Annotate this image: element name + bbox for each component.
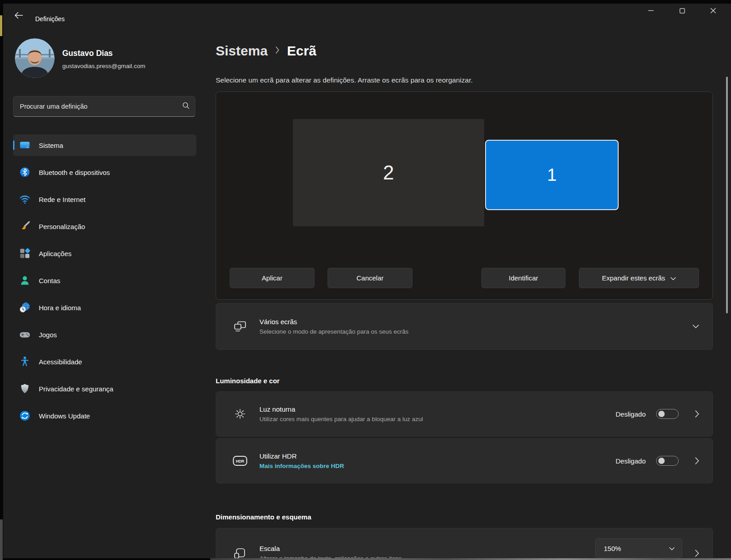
network-icon bbox=[19, 193, 31, 205]
scale-value: 150% bbox=[604, 545, 621, 552]
accessibility-icon bbox=[19, 356, 31, 367]
sidebar-item-label: Contas bbox=[39, 277, 60, 285]
sidebar-item-personalizacao[interactable]: Personalização bbox=[13, 216, 196, 237]
sidebar-item-label: Aplicações bbox=[39, 250, 72, 257]
section-heading-brightness: Luminosidade e cor bbox=[216, 377, 280, 385]
personalization-icon bbox=[19, 220, 31, 232]
cancel-button[interactable]: Cancelar bbox=[328, 268, 412, 288]
night-light-subtitle: Utilizar cores mais quentes para ajudar … bbox=[259, 416, 423, 422]
maximize-button[interactable] bbox=[666, 4, 698, 19]
sidebar-item-label: Personalização bbox=[39, 223, 85, 230]
multiple-displays-subtitle: Selecione o modo de apresentação para os… bbox=[259, 328, 408, 335]
sidebar-item-label: Bluetooth e dispositivos bbox=[39, 169, 110, 176]
profile-email: gustavodias.press@gmail.com bbox=[62, 63, 145, 69]
display-arrangement-panel: 2 1 Aplicar Cancelar Identificar Expandi… bbox=[216, 92, 713, 300]
sidebar-item-label: Rede e Internet bbox=[39, 196, 85, 203]
scale-subtitle: Alterar o tamanho do texto, aplicações e… bbox=[259, 555, 402, 558]
hdr-info-link[interactable]: Mais informações sobre HDR bbox=[259, 463, 344, 469]
cancel-button-label: Cancelar bbox=[356, 274, 384, 282]
hdr-icon: HDR bbox=[230, 439, 250, 483]
minimize-button[interactable] bbox=[635, 4, 666, 19]
extend-displays-dropdown-button[interactable]: Expandir estes ecrãs bbox=[579, 268, 699, 288]
search-input[interactable] bbox=[20, 103, 182, 110]
sidebar-item-contas[interactable]: Contas bbox=[13, 270, 196, 291]
breadcrumb-chevron-icon bbox=[275, 46, 280, 56]
apply-button-label: Aplicar bbox=[262, 274, 282, 282]
search-icon bbox=[182, 102, 190, 111]
desktop-background-strip bbox=[210, 558, 731, 560]
toggle-knob bbox=[658, 411, 665, 417]
bluetooth-icon bbox=[19, 166, 31, 178]
sidebar-nav: Sistema Bluetooth e dispositivos Rede e … bbox=[13, 134, 196, 432]
chevron-right-icon[interactable] bbox=[695, 457, 699, 464]
sidebar-item-windows-update[interactable]: Windows Update bbox=[13, 405, 196, 427]
hdr-row[interactable]: HDR Utilizar HDR Mais informações sobre … bbox=[216, 438, 713, 483]
monitor-2-label: 2 bbox=[383, 161, 394, 184]
toggle-knob bbox=[658, 458, 665, 464]
hdr-status: Desligado bbox=[615, 457, 646, 465]
scale-row[interactable]: Escala Alterar o tamanho do texto, aplic… bbox=[216, 528, 713, 558]
multiple-displays-title: Vários ecrãs bbox=[259, 318, 408, 326]
sidebar-item-rede[interactable]: Rede e Internet bbox=[13, 188, 196, 210]
sidebar-item-label: Sistema bbox=[39, 142, 63, 149]
sidebar-item-aplicacoes[interactable]: Aplicações bbox=[13, 243, 196, 264]
window-controls bbox=[635, 4, 729, 19]
chevron-down-icon bbox=[671, 274, 676, 282]
sidebar-item-label: Jogos bbox=[39, 331, 57, 339]
privacy-shield-icon bbox=[19, 383, 31, 395]
sidebar-item-jogos[interactable]: Jogos bbox=[13, 324, 196, 345]
sidebar-item-label: Hora e idioma bbox=[39, 304, 81, 312]
sidebar-item-hora-idioma[interactable]: Hora e idioma bbox=[13, 297, 196, 318]
breadcrumb-parent[interactable]: Sistema bbox=[216, 43, 268, 59]
monitor-1[interactable]: 1 bbox=[485, 140, 619, 210]
accounts-icon bbox=[19, 275, 31, 286]
sidebar-item-bluetooth[interactable]: Bluetooth e dispositivos bbox=[13, 161, 196, 183]
back-arrow-icon bbox=[14, 12, 23, 21]
multi-display-icon bbox=[230, 303, 250, 349]
night-light-icon bbox=[230, 392, 250, 436]
scale-icon bbox=[230, 528, 250, 558]
search-box[interactable] bbox=[13, 96, 195, 117]
close-button[interactable] bbox=[698, 4, 729, 19]
apps-icon bbox=[19, 248, 31, 259]
hdr-toggle[interactable] bbox=[656, 456, 679, 466]
windows-update-icon bbox=[19, 410, 31, 422]
desktop-background-sliver bbox=[0, 15, 2, 36]
sidebar-item-label: Privacidade e segurança bbox=[39, 385, 113, 393]
page-description: Selecione um ecrã para alterar as defini… bbox=[216, 76, 473, 84]
night-light-title: Luz noturna bbox=[259, 405, 423, 413]
chevron-right-icon[interactable] bbox=[695, 550, 699, 557]
desktop-background-sliver bbox=[0, 519, 3, 560]
multiple-displays-row[interactable]: Vários ecrãs Selecione o modo de apresen… bbox=[216, 303, 713, 350]
back-button[interactable] bbox=[10, 10, 27, 23]
section-heading-scaling: Dimensionamento e esquema bbox=[216, 513, 311, 521]
scale-title: Escala bbox=[259, 545, 402, 552]
sidebar-item-sistema[interactable]: Sistema bbox=[13, 134, 196, 156]
apply-button[interactable]: Aplicar bbox=[230, 268, 315, 288]
chevron-down-icon bbox=[669, 544, 675, 552]
maximize-icon bbox=[680, 7, 685, 15]
sidebar-item-privacidade[interactable]: Privacidade e segurança bbox=[13, 378, 196, 399]
scale-select[interactable]: 150% bbox=[595, 538, 682, 558]
titlebar: Definições bbox=[3, 4, 731, 25]
page-title: Ecrã bbox=[287, 43, 316, 59]
profile-name: Gustavo Dias bbox=[62, 49, 113, 58]
monitor-1-label: 1 bbox=[547, 165, 556, 185]
monitor-2[interactable]: 2 bbox=[293, 119, 484, 226]
avatar bbox=[15, 38, 55, 78]
night-light-row[interactable]: Luz noturna Utilizar cores mais quentes … bbox=[216, 391, 713, 436]
night-light-toggle[interactable] bbox=[656, 409, 679, 419]
close-icon bbox=[710, 7, 716, 15]
chevron-right-icon[interactable] bbox=[695, 410, 699, 418]
time-language-icon bbox=[19, 302, 31, 313]
identify-button-label: Identificar bbox=[509, 274, 538, 282]
sidebar-item-acessibilidade[interactable]: Acessibilidade bbox=[13, 351, 196, 372]
minimize-icon bbox=[648, 7, 654, 15]
sidebar-item-label: Windows Update bbox=[39, 412, 90, 420]
chevron-down-icon[interactable] bbox=[693, 325, 699, 329]
scrollbar[interactable] bbox=[726, 77, 728, 313]
hdr-title: Utilizar HDR bbox=[259, 452, 344, 460]
identify-button[interactable]: Identificar bbox=[481, 268, 565, 288]
night-light-status: Desligado bbox=[615, 410, 646, 418]
settings-window: Definições bbox=[3, 4, 731, 558]
